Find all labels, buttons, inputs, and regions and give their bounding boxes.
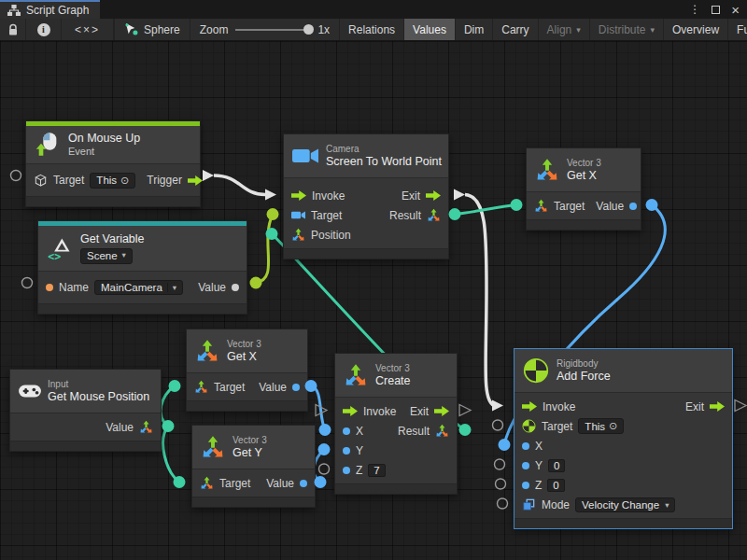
node-add-force[interactable]: Rigidbody Add Force Invoke Exit Target T…	[514, 348, 733, 529]
zoom-to-fit-button[interactable]: <×>	[62, 19, 114, 40]
node-category: Rigidbody	[557, 358, 611, 370]
dim-label: Dim	[464, 23, 484, 36]
flow-arrow-icon[interactable]	[522, 401, 537, 412]
breadcrumb-label: Sphere	[144, 23, 180, 36]
flow-arrow-icon[interactable]	[710, 401, 725, 412]
camera-icon[interactable]	[291, 208, 305, 222]
align-button[interactable]: Align▾	[539, 19, 590, 40]
y-input[interactable]: 0	[548, 459, 565, 472]
node-title: Get Variable	[80, 232, 145, 245]
full-screen-button[interactable]: Full Screen	[728, 19, 747, 40]
value-label: Value	[106, 421, 134, 434]
value-port[interactable]	[232, 284, 239, 291]
camera-icon	[292, 147, 318, 165]
vector3-icon[interactable]	[139, 420, 153, 434]
y-port[interactable]	[522, 462, 529, 469]
flow-arrow-icon[interactable]	[291, 190, 306, 201]
graph-toolbar: i <×> Sphere Zoom 1x Relations Values Di…	[0, 19, 747, 41]
vector3-icon[interactable]	[427, 208, 441, 222]
y-label: Y	[356, 444, 363, 457]
flow-arrow-icon[interactable]	[434, 406, 449, 416]
scope-dropdown[interactable]: Scene ▾	[80, 248, 133, 264]
tab-title: Script Graph	[26, 4, 89, 17]
breadcrumb[interactable]: Sphere	[114, 19, 190, 40]
dim-button[interactable]: Dim	[456, 19, 493, 40]
gamepad-icon	[18, 383, 42, 399]
x-port[interactable]	[343, 427, 350, 435]
flow-arrow-icon[interactable]	[343, 406, 358, 416]
chevron-down-icon: ▾	[651, 25, 655, 35]
close-icon[interactable]: ×	[731, 3, 740, 17]
chevron-down-icon: ▾	[576, 25, 581, 35]
node-on-mouse-up[interactable]: On Mouse Up Event Target This ⊙ Trigger	[25, 120, 201, 207]
vector3-icon[interactable]	[435, 424, 449, 438]
distribute-button[interactable]: Distribute▾	[590, 19, 664, 40]
tab-script-graph[interactable]: Script Graph	[0, 0, 100, 19]
script-graph-icon	[7, 5, 21, 16]
node-screen-to-world-point[interactable]: Camera Screen To World Point Invoke Exit…	[283, 133, 449, 259]
flow-arrow-icon[interactable]	[188, 175, 203, 186]
exit-label: Exit	[402, 189, 420, 203]
x-port[interactable]	[522, 442, 529, 450]
vector3-icon[interactable]	[534, 199, 548, 213]
z-input[interactable]: 7	[368, 464, 385, 477]
value-label: Value	[596, 200, 624, 213]
value-port[interactable]	[292, 384, 300, 391]
flow-arrow-icon[interactable]	[426, 190, 441, 201]
values-button[interactable]: Values	[404, 19, 456, 40]
y-port[interactable]	[343, 447, 350, 455]
lock-button[interactable]	[0, 19, 26, 40]
node-get-y[interactable]: Vector 3 Get Y Target Value	[191, 425, 316, 508]
target-label: Target	[53, 174, 84, 187]
target-label: Target	[554, 200, 585, 213]
script-asset-icon	[124, 22, 138, 36]
node-get-x-mid[interactable]: Vector 3 Get X Target Value	[186, 329, 308, 412]
maximize-icon[interactable]	[712, 6, 720, 14]
target-value: This	[585, 421, 605, 432]
name-port[interactable]	[46, 284, 53, 291]
target-self-button[interactable]: This ⊙	[90, 173, 135, 189]
relations-button[interactable]: Relations	[340, 19, 404, 40]
vector3-icon[interactable]	[200, 476, 214, 490]
variable-name-dropdown[interactable]: MainCamera ▾	[94, 280, 183, 295]
exit-label: Exit	[685, 400, 704, 413]
node-title: Get Mouse Position	[48, 390, 149, 403]
node-subtitle: Event	[68, 146, 140, 158]
mode-label: Mode	[542, 498, 570, 511]
mode-dropdown[interactable]: Velocity Change ▾	[575, 497, 675, 512]
zoom-value: 1x	[317, 23, 330, 36]
lock-icon	[7, 23, 19, 35]
node-get-variable[interactable]: Get Variable Scene ▾ Name MainCamera ▾ V…	[37, 220, 247, 315]
vector3-icon[interactable]	[194, 380, 208, 394]
vector3-icon	[344, 363, 368, 387]
vector3-icon	[201, 435, 225, 459]
z-port[interactable]	[522, 482, 529, 489]
value-port[interactable]	[300, 480, 307, 487]
node-get-x-top[interactable]: Vector 3 Get X Target Value	[526, 147, 641, 231]
target-label: Target	[219, 477, 250, 490]
info-button[interactable]: i	[26, 19, 62, 40]
node-create-vector3[interactable]: Vector 3 Create Invoke Exit X Result	[334, 353, 458, 495]
zoom-slider-knob[interactable]	[303, 24, 314, 35]
result-label: Result	[389, 209, 421, 222]
rigidbody-icon[interactable]	[522, 419, 536, 433]
node-get-mouse-position[interactable]: Input Get Mouse Position Value	[9, 369, 162, 452]
mode-value: Velocity Change	[582, 499, 659, 511]
carry-label: Carry	[501, 23, 529, 36]
zoom-slider[interactable]	[235, 29, 310, 31]
z-input[interactable]: 0	[547, 479, 564, 492]
info-icon: i	[37, 23, 50, 36]
target-label: Target	[542, 420, 572, 433]
overview-button[interactable]: Overview	[664, 19, 728, 40]
chevron-down-icon: ▾	[122, 251, 126, 260]
enum-mode-icon[interactable]	[522, 497, 536, 511]
carry-button[interactable]: Carry	[493, 19, 538, 40]
node-footer	[10, 441, 161, 451]
vector3-icon[interactable]	[291, 228, 305, 242]
position-label: Position	[311, 229, 351, 242]
target-self-button[interactable]: This ⊙	[578, 418, 624, 434]
window-menu-icon[interactable]: ⋮	[689, 4, 700, 15]
z-port[interactable]	[343, 467, 350, 474]
node-footer	[284, 248, 448, 259]
value-port[interactable]	[629, 203, 637, 210]
